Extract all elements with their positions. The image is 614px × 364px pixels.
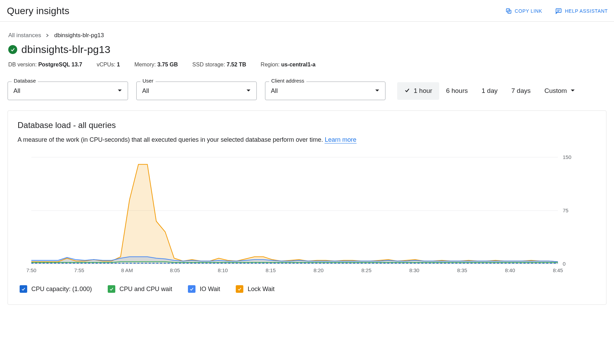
svg-text:7:50: 7:50	[26, 267, 36, 273]
database-select-value: All	[13, 87, 20, 95]
time-range-group: 1 hour6 hours1 day7 daysCustom	[397, 82, 582, 100]
svg-text:150: 150	[563, 154, 571, 160]
chart-subtitle: A measure of the work (in CPU-seconds) t…	[18, 136, 596, 143]
legend-label: CPU and CPU wait	[119, 286, 172, 293]
time-range-custom[interactable]: Custom	[538, 82, 582, 99]
chart-legend: CPU capacity: (1.000)CPU and CPU waitIO …	[18, 285, 596, 293]
chart-subtitle-text: A measure of the work (in CPU-seconds) t…	[18, 136, 325, 143]
legend-item-lock-wait[interactable]: Lock Wait	[236, 285, 274, 293]
svg-text:8:15: 8:15	[266, 267, 276, 273]
svg-text:8:20: 8:20	[314, 267, 324, 273]
ssd-storage: SSD storage: 7.52 TB	[192, 62, 246, 68]
time-range-label: 1 day	[481, 87, 497, 95]
legend-item-cpu-capacity[interactable]: CPU capacity: (1.000)	[20, 285, 92, 293]
database-filter-label: Database	[12, 78, 38, 84]
user-select[interactable]: All	[136, 82, 257, 100]
time-range-label: 6 hours	[446, 87, 468, 95]
database-filter: Database All	[8, 82, 128, 100]
instance-name: dbinsights-blr-pg13	[21, 44, 110, 55]
chevron-right-icon	[46, 32, 49, 39]
breadcrumb-root[interactable]: All instances	[8, 32, 41, 39]
time-range-1-day[interactable]: 1 day	[475, 82, 504, 99]
svg-text:7:55: 7:55	[74, 267, 84, 273]
svg-text:8:35: 8:35	[457, 267, 467, 273]
db-version: DB version: PostgreSQL 13.7	[8, 62, 82, 68]
client-address-select[interactable]: All	[265, 82, 385, 100]
svg-text:8:45: 8:45	[553, 267, 563, 273]
instance-header: dbinsights-blr-pg13	[8, 44, 606, 55]
svg-text:8:25: 8:25	[361, 267, 371, 273]
legend-item-cpu-and-wait[interactable]: CPU and CPU wait	[108, 285, 172, 293]
client-address-select-value: All	[271, 87, 278, 95]
filters-row: Database All User All Client address All…	[0, 68, 614, 100]
copy-icon	[505, 8, 512, 14]
legend-checkbox-icon	[236, 285, 243, 293]
time-range-label: 1 hour	[414, 87, 432, 95]
client-address-filter-label: Client address	[269, 78, 306, 84]
help-assistant-label: HELP ASSISTANT	[565, 8, 608, 14]
chart-card: Database load - all queries A measure of…	[8, 110, 606, 305]
top-actions: COPY LINK HELP ASSISTANT	[505, 8, 608, 14]
user-filter: User All	[136, 82, 257, 100]
svg-text:8:10: 8:10	[218, 267, 228, 273]
vcpus: vCPUs: 1	[97, 62, 120, 68]
svg-text:8:30: 8:30	[409, 267, 419, 273]
help-assistant-button[interactable]: HELP ASSISTANT	[555, 8, 608, 14]
copy-link-label: COPY LINK	[515, 8, 542, 14]
caret-down-icon	[375, 87, 380, 95]
region: Region: us-central1-a	[261, 62, 315, 68]
time-range-label: 7 days	[511, 87, 531, 95]
svg-rect-2	[556, 9, 561, 12]
svg-text:0: 0	[563, 261, 565, 267]
user-select-value: All	[142, 87, 149, 95]
chart-title: Database load - all queries	[18, 120, 596, 130]
top-bar: Query insights COPY LINK HELP ASSISTANT	[0, 0, 614, 22]
copy-link-button[interactable]: COPY LINK	[505, 8, 542, 14]
instance-meta: DB version: PostgreSQL 13.7 vCPUs: 1 Mem…	[8, 62, 606, 68]
chart-area[interactable]: 0751507:507:558 AM8:058:108:158:208:258:…	[18, 154, 596, 278]
svg-text:75: 75	[563, 207, 569, 213]
caret-down-icon	[246, 87, 251, 95]
legend-label: IO Wait	[200, 286, 220, 293]
legend-item-io-wait[interactable]: IO Wait	[188, 285, 220, 293]
time-range-7-days[interactable]: 7 days	[505, 82, 538, 99]
legend-checkbox-icon	[188, 285, 195, 293]
legend-label: CPU capacity: (1.000)	[31, 286, 92, 293]
caret-down-icon	[570, 87, 575, 95]
time-range-label: Custom	[544, 87, 567, 95]
caret-down-icon	[117, 87, 122, 95]
legend-checkbox-icon	[108, 285, 115, 293]
client-address-filter: Client address All	[265, 82, 385, 100]
memory: Memory: 3.75 GB	[135, 62, 178, 68]
check-icon	[404, 87, 410, 95]
time-range-1-hour[interactable]: 1 hour	[397, 82, 439, 100]
breadcrumb-current: dbinsights-blr-pg13	[54, 32, 104, 39]
svg-text:8:05: 8:05	[170, 267, 180, 273]
learn-more-link[interactable]: Learn more	[325, 136, 356, 143]
chat-icon	[555, 8, 562, 14]
time-range-6-hours[interactable]: 6 hours	[439, 82, 475, 99]
breadcrumb: All instances dbinsights-blr-pg13	[8, 32, 606, 39]
legend-checkbox-icon	[20, 285, 27, 293]
svg-text:8 AM: 8 AM	[121, 267, 133, 273]
svg-text:8:40: 8:40	[505, 267, 515, 273]
status-healthy-icon	[8, 45, 17, 54]
user-filter-label: User	[140, 78, 156, 84]
database-select[interactable]: All	[8, 82, 128, 100]
context-section: All instances dbinsights-blr-pg13 dbinsi…	[0, 22, 614, 68]
page-title: Query insights	[7, 6, 70, 17]
legend-label: Lock Wait	[247, 286, 274, 293]
